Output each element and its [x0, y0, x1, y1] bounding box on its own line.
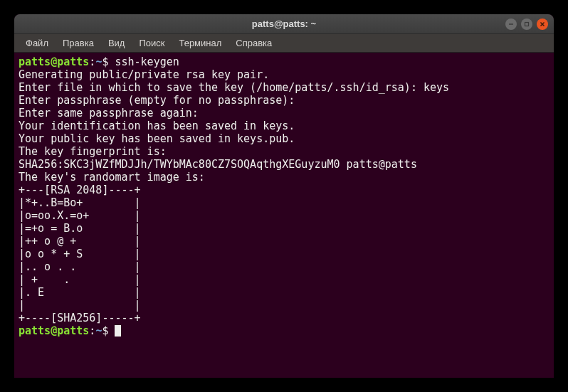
menu-view[interactable]: Вид: [102, 36, 131, 51]
cursor: [115, 325, 121, 337]
output-line: |o=oo.X.=o+ |: [19, 209, 549, 222]
output-line: The key's randomart image is:: [19, 171, 549, 184]
menubar: Файл Правка Вид Поиск Терминал Справка: [14, 34, 554, 53]
output-line: |o o * + S |: [19, 248, 549, 260]
close-button[interactable]: [537, 18, 548, 30]
prompt-symbol: $: [102, 55, 108, 68]
output-line: | + . |: [19, 273, 549, 286]
terminal-window: patts@patts: ~ Файл Правка Вид Поиск Тер…: [14, 14, 554, 378]
window-title: patts@patts: ~: [252, 18, 316, 29]
output-line: |. E |: [19, 286, 549, 299]
close-icon: [540, 21, 545, 27]
menu-search[interactable]: Поиск: [133, 36, 170, 51]
menu-file[interactable]: Файл: [20, 36, 54, 51]
menu-edit[interactable]: Правка: [57, 36, 100, 51]
output-line: Enter passphrase (empty for no passphras…: [19, 94, 549, 107]
maximize-button[interactable]: [521, 18, 532, 30]
output-line: +----[SHA256]-----+: [19, 312, 549, 324]
output-line: SHA256:SKC3jWZfMDJJh/TWYbMAc80CZ7SOQAqth…: [19, 158, 549, 171]
output-line: | |: [19, 299, 549, 312]
prompt-line-1: patts@patts:~$ ssh-keygen: [19, 55, 549, 68]
window-controls: [505, 18, 548, 30]
output-line: Your public key has been saved in keys.p…: [19, 132, 549, 145]
prompt-symbol: $: [102, 324, 108, 337]
command-text: ssh-keygen: [115, 55, 179, 68]
maximize-icon: [524, 21, 530, 27]
output-line: +---[RSA 2048]----+: [19, 184, 549, 196]
prompt-user: patts@patts: [19, 324, 89, 337]
svg-rect-1: [525, 22, 529, 26]
output-line: |*+..B=Bo+ |: [19, 196, 549, 209]
output-line: Your identification has been saved in ke…: [19, 120, 549, 132]
output-line: |++ o @ + |: [19, 235, 549, 248]
output-line: |.. o . . |: [19, 260, 549, 273]
minimize-button[interactable]: [505, 18, 517, 30]
output-line: Enter file in which to save the key (/ho…: [19, 81, 549, 94]
output-line: Enter same passphrase again:: [19, 107, 549, 120]
menu-terminal[interactable]: Терминал: [173, 36, 227, 51]
output-line: Generating public/private rsa key pair.: [19, 68, 549, 81]
titlebar: patts@patts: ~: [14, 14, 554, 34]
prompt-user: patts@patts: [19, 55, 89, 68]
prompt-line-2: patts@patts:~$: [19, 324, 549, 337]
menu-help[interactable]: Справка: [230, 36, 278, 51]
output-line: |=+o = B.o |: [19, 222, 549, 235]
terminal-output[interactable]: patts@patts:~$ ssh-keygenGenerating publ…: [14, 53, 554, 378]
output-line: The key fingerprint is:: [19, 145, 549, 158]
minimize-icon: [508, 21, 514, 27]
